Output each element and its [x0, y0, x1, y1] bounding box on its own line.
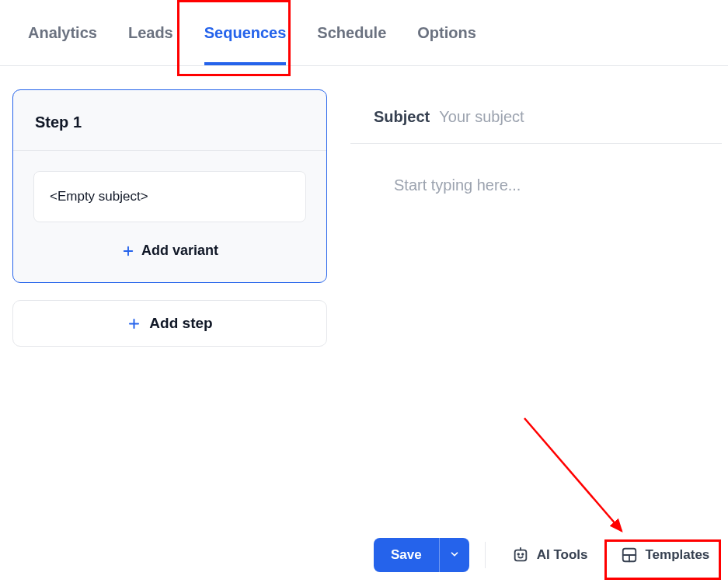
- svg-point-5: [517, 553, 519, 555]
- tab-label: Analytics: [28, 24, 97, 42]
- chevron-down-icon: [449, 549, 460, 562]
- add-step-label: Add step: [149, 315, 212, 332]
- plus-icon: [121, 244, 135, 258]
- ai-tools-icon: [512, 546, 529, 564]
- ai-tools-button[interactable]: AI Tools: [501, 539, 599, 571]
- subject-input[interactable]: [439, 108, 722, 126]
- tab-row: Analytics Leads Sequences Schedule Optio…: [0, 0, 728, 66]
- tab-analytics[interactable]: Analytics: [12, 0, 113, 65]
- tab-label: Schedule: [317, 24, 386, 42]
- add-variant-label: Add variant: [141, 243, 218, 259]
- subject-row: Subject: [350, 89, 722, 144]
- subject-label: Subject: [374, 108, 430, 126]
- tab-schedule[interactable]: Schedule: [301, 0, 402, 65]
- save-button-group: Save: [374, 538, 469, 572]
- templates-icon: [621, 546, 638, 564]
- editor-body[interactable]: Start typing here...: [350, 144, 728, 538]
- tab-options[interactable]: Options: [402, 0, 492, 65]
- svg-rect-4: [514, 550, 526, 561]
- steps-column: Step 1 <Empty subject> Add variant Add s…: [12, 89, 327, 583]
- save-button[interactable]: Save: [374, 538, 439, 572]
- editor-column: Subject Start typing here... Save: [350, 89, 728, 583]
- add-variant-button[interactable]: Add variant: [33, 243, 306, 259]
- save-dropdown-button[interactable]: [439, 538, 469, 572]
- tab-leads[interactable]: Leads: [113, 0, 189, 65]
- step-subject-preview[interactable]: <Empty subject>: [33, 171, 306, 222]
- tab-label: Options: [417, 24, 476, 42]
- tab-label: Leads: [128, 24, 173, 42]
- step-card[interactable]: Step 1 <Empty subject> Add variant: [12, 89, 327, 283]
- ai-tools-label: AI Tools: [537, 547, 588, 563]
- editor-placeholder: Start typing here...: [394, 176, 521, 194]
- plus-icon: [127, 316, 141, 331]
- add-step-button[interactable]: Add step: [12, 300, 327, 347]
- bottom-toolbar: Save AI Tools Tem: [350, 538, 728, 583]
- step-title: Step 1: [13, 90, 326, 151]
- step-body: <Empty subject> Add variant: [13, 151, 326, 282]
- tab-sequences[interactable]: Sequences: [189, 0, 302, 65]
- divider: [485, 542, 486, 568]
- templates-button[interactable]: Templates: [610, 539, 721, 571]
- templates-label: Templates: [646, 547, 710, 563]
- tab-label: Sequences: [204, 24, 287, 42]
- svg-point-6: [522, 553, 524, 555]
- main-content: Step 1 <Empty subject> Add variant Add s…: [0, 66, 728, 583]
